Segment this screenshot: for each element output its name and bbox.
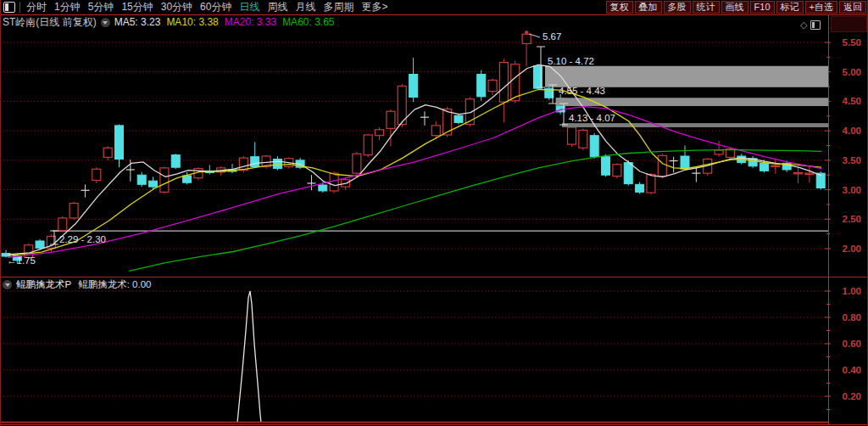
candle-down-body <box>477 74 486 96</box>
frame-lines <box>0 0 868 426</box>
ma60-line <box>129 149 821 271</box>
axis-label: 1.00 <box>843 286 861 296</box>
indicator-panel-header: 鲲鹏擒龙术P 鲲鹏擒龙术: 0.00 <box>3 279 151 290</box>
candle-down-body <box>319 185 327 191</box>
resistance-band <box>556 98 828 106</box>
candle-up-body <box>568 127 576 144</box>
candle-up-body <box>805 173 814 174</box>
indicator-value: 鲲鹏擒龙术: 0.00 <box>78 278 151 291</box>
candle-up-body <box>715 150 723 154</box>
axis-label: 2.50 <box>843 214 861 224</box>
annotation-text: 4.55 - 4.43 <box>559 86 605 96</box>
candle-up-body <box>376 130 384 136</box>
annotation-text: 5.67 <box>542 31 561 42</box>
candle-down-body <box>36 241 44 248</box>
axis-label: 4.50 <box>843 96 861 106</box>
annotation-text: 4.13 - 4.07 <box>569 113 615 123</box>
candle-up-body <box>511 64 520 101</box>
candle-up-body <box>771 165 780 166</box>
candle-up-body <box>160 168 169 192</box>
candle-down-body <box>137 175 146 184</box>
annotation-text: 5.10 - 4.72 <box>548 56 594 66</box>
candle-up-body <box>353 154 361 173</box>
ma-label-1: MA5: 3.23 <box>114 16 161 28</box>
chart-corner-icons: ◇ <box>800 20 821 30</box>
candle-up-body <box>658 155 666 176</box>
candle-down-body <box>115 126 124 160</box>
annotation-text: 2.29 - 2.30 <box>59 234 106 244</box>
candle-up-body <box>431 126 440 136</box>
candle-down-body <box>760 163 768 171</box>
indicator-name[interactable]: 鲲鹏擒龙术P <box>16 278 71 291</box>
axis-label: 5.50 <box>843 37 861 48</box>
axis-label: 3.50 <box>843 155 861 165</box>
candle-up-body <box>92 169 101 180</box>
candle-up-body <box>726 149 734 158</box>
annotations: 5.675.10 - 4.724.55 - 4.434.13 - 4.072.2… <box>7 31 615 266</box>
candle-up-body <box>794 172 803 173</box>
candle-up-body <box>579 130 587 148</box>
candle-up-body <box>58 218 67 231</box>
candle-up-body <box>488 80 497 91</box>
candle-down-body <box>251 157 259 167</box>
chevron-down-icon[interactable] <box>101 18 110 27</box>
axis-label: 0.20 <box>843 391 861 401</box>
annotation-dot <box>525 31 528 34</box>
resistance-band <box>562 123 828 127</box>
axis-corner-box <box>831 16 867 32</box>
resistance-band <box>545 66 828 87</box>
app-window: 分时1分钟5分钟15分钟30分钟60分钟日线周线月线多周期更多> 复权叠加多股统… <box>0 0 868 426</box>
chart-canvas[interactable]: 5.505.004.504.003.503.002.502.005.675.10… <box>0 0 868 426</box>
candle-down-body <box>636 184 644 192</box>
axis-label: 3.00 <box>843 185 861 195</box>
candle-up-body <box>387 111 395 128</box>
candle-up-body <box>70 204 78 218</box>
indicator-spike <box>237 291 261 423</box>
ma-label-4: MA60: 3.65 <box>282 16 334 28</box>
candle-down-body <box>171 155 180 168</box>
info-bar: ST岭南(日线 前复权) MA5: 3.23MA10: 3.38MA20: 3.… <box>3 16 341 28</box>
candle-down-body <box>454 115 463 122</box>
chevron-down-icon[interactable] <box>3 280 12 289</box>
annotation-text: ←1.75 <box>7 255 36 266</box>
candle-up-body <box>103 148 112 157</box>
ma-label-3: MA20: 3.33 <box>225 16 276 28</box>
candle-up-body <box>647 175 655 193</box>
candle-up-body <box>499 63 508 103</box>
ma-label-2: MA10: 3.38 <box>166 16 218 28</box>
axis-label: 0.40 <box>843 365 861 375</box>
ma20-line <box>8 107 821 258</box>
candle-down-body <box>681 156 689 169</box>
candle-down-body <box>273 159 281 168</box>
candle-up-body <box>613 165 621 177</box>
indicator-gridlines: 1.000.800.600.400.20 <box>0 286 861 410</box>
axis-label: 2.00 <box>843 244 861 254</box>
axis-label: 4.00 <box>843 126 861 136</box>
maximize-panel-icon[interactable] <box>810 20 821 30</box>
candle-up-body <box>522 34 531 43</box>
diamond-icon[interactable]: ◇ <box>800 20 807 30</box>
candle-up-body <box>330 173 338 191</box>
candle-down-body <box>590 136 598 157</box>
candle-down-body <box>409 74 418 97</box>
candle-up-body <box>364 135 372 155</box>
candle-down-body <box>602 157 610 176</box>
axis-label: 5.00 <box>843 67 861 77</box>
candle-down-body <box>149 181 158 187</box>
symbol-title: ST岭南(日线 前复权) <box>3 15 97 30</box>
axis-label: 0.60 <box>843 339 861 349</box>
ma-value-labels: MA5: 3.23MA10: 3.38MA20: 3.33MA60: 3.65 <box>114 16 341 28</box>
candle-down-body <box>624 163 632 184</box>
axis-label: 0.80 <box>843 312 861 322</box>
